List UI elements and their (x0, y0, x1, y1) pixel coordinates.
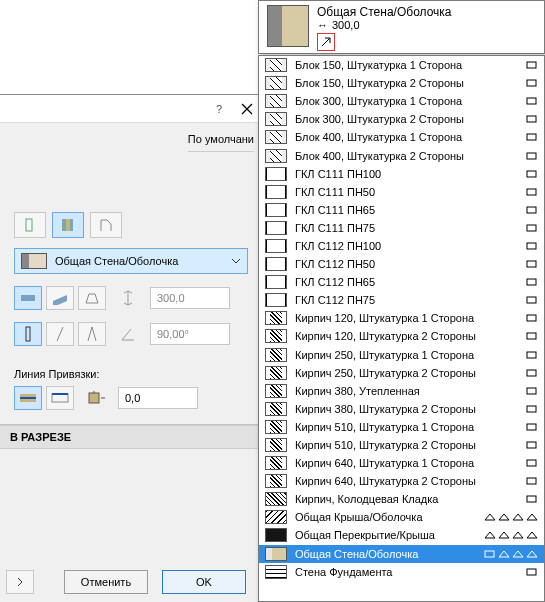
help-button[interactable]: ? (208, 98, 230, 120)
composite-option[interactable]: Блок 150, Штукатурка 2 Стороны (259, 74, 544, 92)
flag-box-icon (526, 259, 538, 269)
option-flags (526, 422, 538, 432)
composite-option[interactable]: Общая Крыша/Оболочка (259, 508, 544, 526)
flag-box-icon (526, 223, 538, 233)
option-label: Блок 150, Штукатурка 1 Сторона (295, 59, 518, 71)
svg-rect-19 (527, 171, 536, 177)
svg-rect-15 (527, 98, 536, 104)
composite-option[interactable]: Стена Фундамента (259, 563, 544, 581)
structure-composite-button[interactable] (52, 212, 84, 238)
profile-group (14, 322, 106, 346)
offset-field[interactable]: 0,0 (118, 387, 198, 409)
composite-option[interactable]: Кирпич 120, Штукатурка 2 Стороны (259, 327, 544, 345)
composite-option[interactable]: Кирпич 120, Штукатурка 1 Сторона (259, 309, 544, 327)
option-flags (526, 458, 538, 468)
flag-box-icon (526, 476, 538, 486)
composite-option[interactable]: Общая Стена/Оболочка (259, 545, 544, 563)
svg-rect-3 (62, 219, 66, 231)
profile-vertical-button[interactable] (14, 322, 42, 346)
option-flags (526, 368, 538, 378)
option-flags (526, 567, 538, 577)
refline-core-icon (18, 391, 38, 405)
chevron-right-icon (15, 577, 25, 587)
composite-option[interactable]: ГКЛ С111 ПН75 (259, 219, 544, 237)
composite-option[interactable]: Блок 400, Штукатурка 2 Стороны (259, 146, 544, 164)
flag-tri-icon (498, 512, 510, 522)
option-flags (526, 169, 538, 179)
composite-option[interactable]: ГКЛ С111 ПН50 (259, 183, 544, 201)
option-label: ГКЛ С112 ПН100 (295, 240, 518, 252)
geom-trapezoid-button[interactable] (78, 286, 106, 310)
composite-option[interactable]: Блок 400, Штукатурка 1 Сторона (259, 128, 544, 146)
panel-expand-button[interactable] (6, 570, 34, 594)
option-swatch-icon (265, 76, 287, 90)
option-swatch-icon (265, 203, 287, 217)
composite-dropdown-list[interactable]: Блок 150, Штукатурка 1 СторонаБлок 150, … (258, 55, 545, 602)
geom-slanted-button[interactable] (46, 286, 74, 310)
option-label: ГКЛ С111 ПН100 (295, 168, 518, 180)
option-swatch-icon (265, 112, 287, 126)
flag-box-icon (526, 313, 538, 323)
composite-option[interactable]: Блок 300, Штукатурка 2 Стороны (259, 110, 544, 128)
option-label: Кирпич 640, Штукатурка 2 Стороны (295, 475, 518, 487)
option-flags (484, 512, 538, 522)
close-icon (241, 103, 253, 115)
flag-tri-icon (498, 530, 510, 540)
composite-option[interactable]: Блок 150, Штукатурка 1 Сторона (259, 56, 544, 74)
profile-double-button[interactable] (78, 322, 106, 346)
option-swatch-icon (265, 366, 287, 380)
flag-box-icon (526, 132, 538, 142)
composite-select[interactable]: Общая Стена/Оболочка (14, 248, 248, 274)
option-label: Кирпич 510, Штукатурка 1 Сторона (295, 421, 518, 433)
composite-option[interactable]: ГКЛ С112 ПН50 (259, 255, 544, 273)
structure-profile-button[interactable] (90, 212, 122, 238)
refline-core-button[interactable] (14, 386, 42, 410)
composite-option[interactable]: Кирпич 510, Штукатурка 1 Сторона (259, 418, 544, 436)
ok-button[interactable]: OK (162, 570, 246, 594)
geom-straight-button[interactable] (14, 286, 42, 310)
composite-option[interactable]: ГКЛ С112 ПН100 (259, 237, 544, 255)
cancel-button[interactable]: Отменить (64, 570, 148, 594)
close-button[interactable] (236, 98, 258, 120)
option-flags (526, 440, 538, 450)
composite-option[interactable]: Кирпич 640, Штукатурка 1 Сторона (259, 454, 544, 472)
option-flags (526, 295, 538, 305)
svg-rect-39 (527, 569, 536, 575)
option-label: ГКЛ С112 ПН65 (295, 276, 518, 288)
tooltip-warning-icon (317, 33, 335, 51)
thickness-field[interactable]: 300,0 (150, 287, 230, 309)
svg-rect-7 (26, 327, 30, 341)
composite-option[interactable]: ГКЛ С111 ПН65 (259, 201, 544, 219)
structure-basic-button[interactable] (14, 212, 46, 238)
refline-outer-icon (50, 391, 70, 405)
composite-option[interactable]: ГКЛ С112 ПН65 (259, 273, 544, 291)
composite-option[interactable]: Кирпич 250, Штукатурка 1 Сторона (259, 346, 544, 364)
svg-rect-29 (527, 352, 536, 358)
composite-option[interactable]: ГКЛ С112 ПН75 (259, 291, 544, 309)
flag-tri-icon (498, 549, 510, 559)
composite-option[interactable]: Кирпич 380, Штукатурка 2 Стороны (259, 400, 544, 418)
option-swatch-icon (265, 293, 287, 307)
option-flags (526, 331, 538, 341)
composite-option[interactable]: Блок 300, Штукатурка 1 Сторона (259, 92, 544, 110)
composite-option[interactable]: Кирпич 510, Штукатурка 2 Стороны (259, 436, 544, 454)
dropdown-arrow-icon (229, 254, 243, 268)
option-flags (526, 151, 538, 161)
composite-option[interactable]: Кирпич 250, Штукатурка 2 Стороны (259, 364, 544, 382)
composite-option[interactable]: Кирпич, Колодцевая Кладка (259, 490, 544, 508)
geometry-method-group (14, 286, 106, 310)
refline-outer-button[interactable] (46, 386, 74, 410)
flag-box-icon (526, 404, 538, 414)
angle-field[interactable]: 90,00° (150, 323, 230, 345)
option-flags (526, 205, 538, 215)
profile-slanted-button[interactable] (46, 322, 74, 346)
flag-box-icon (526, 422, 538, 432)
composite-option[interactable]: Общая Перекрытие/Крыша (259, 526, 544, 544)
option-label: Блок 300, Штукатурка 2 Стороны (295, 113, 518, 125)
composite-option[interactable]: Кирпич 640, Штукатурка 2 Стороны (259, 472, 544, 490)
composite-option[interactable]: Кирпич 380, Утепленная (259, 382, 544, 400)
composite-option[interactable]: ГКЛ С111 ПН100 (259, 165, 544, 183)
section-header[interactable]: В РАЗРЕЗЕ (0, 425, 262, 449)
offset-icon (84, 386, 108, 410)
option-label: Кирпич 120, Штукатурка 2 Стороны (295, 330, 518, 342)
